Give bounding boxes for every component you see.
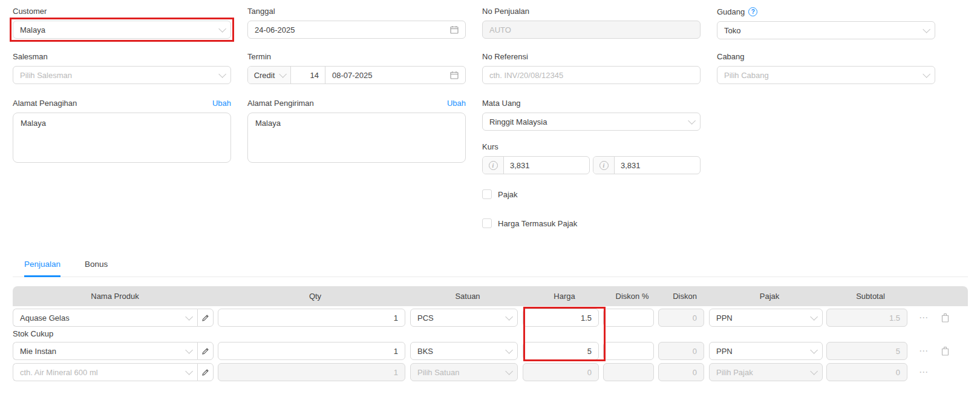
tanggal-date-input[interactable]: 24-06-2025 bbox=[247, 21, 466, 39]
calendar-icon bbox=[450, 71, 459, 79]
pencil-icon bbox=[201, 347, 209, 355]
product-select[interactable]: cth. Air Mineral 600 ml bbox=[13, 363, 197, 381]
termin-due-date-input[interactable]: 08-07-2025 bbox=[325, 67, 465, 84]
termin-label: Termin bbox=[247, 53, 466, 61]
pencil-icon bbox=[201, 369, 209, 376]
field-salesman: Salesman Pilih Salesman bbox=[13, 53, 231, 84]
no-penjualan-value: AUTO bbox=[489, 25, 511, 34]
tanggal-label: Tanggal bbox=[247, 7, 466, 16]
subtotal-input: 5 bbox=[826, 342, 907, 360]
qty-input[interactable]: 1 bbox=[218, 342, 405, 360]
header-satuan: Satuan bbox=[414, 292, 521, 301]
sales-form: Customer Malaya Tanggal 24-06-2025 No Pe… bbox=[13, 7, 968, 228]
field-no-penjualan: No Penjualan AUTO bbox=[482, 7, 701, 39]
chevron-down-icon bbox=[279, 70, 287, 78]
subtotal-input: 1.5 bbox=[826, 309, 907, 327]
field-alamat-penagihan: Alamat Penagihan Ubah Malaya bbox=[13, 99, 231, 228]
satuan-select[interactable]: PCS bbox=[410, 309, 518, 327]
more-options-icon[interactable]: ⋯ bbox=[915, 312, 933, 323]
cabang-select[interactable]: Pilih Cabang bbox=[717, 66, 935, 84]
harga-input: 0 bbox=[523, 363, 599, 381]
detail-tabs: Penjualan Bonus bbox=[13, 258, 968, 277]
trash-icon[interactable] bbox=[938, 346, 952, 356]
tab-penjualan[interactable]: Penjualan bbox=[24, 258, 60, 277]
qty-input: 1 bbox=[218, 363, 405, 381]
pencil-icon bbox=[201, 314, 209, 322]
alamat-pengiriman-textarea[interactable]: Malaya bbox=[247, 113, 466, 163]
chevron-down-icon bbox=[218, 25, 226, 33]
pajak-checkbox-row: Pajak bbox=[482, 189, 701, 199]
customer-select[interactable]: Malaya bbox=[13, 21, 231, 39]
kurs-group-1: i 3,831 bbox=[482, 156, 590, 174]
kurs-input-2[interactable]: 3,831 bbox=[615, 157, 700, 174]
header-harga: Harga bbox=[526, 292, 603, 301]
diskon-persen-input bbox=[603, 363, 654, 381]
tab-bonus[interactable]: Bonus bbox=[85, 258, 108, 277]
harga-termasuk-pajak-checkbox-label: Harga Termasuk Pajak bbox=[498, 219, 577, 228]
alamat-penagihan-label: Alamat Penagihan bbox=[13, 99, 77, 108]
pajak-select[interactable]: PPN bbox=[709, 309, 823, 327]
pajak-checkbox[interactable] bbox=[482, 189, 492, 199]
harga-termasuk-pajak-checkbox[interactable] bbox=[482, 218, 492, 228]
chevron-down-icon bbox=[185, 367, 193, 375]
customer-highlight: Malaya bbox=[13, 21, 231, 39]
no-penjualan-input: AUTO bbox=[482, 21, 701, 39]
termin-type-value: Credit bbox=[254, 71, 275, 80]
empty-column bbox=[717, 99, 935, 228]
chevron-down-icon bbox=[810, 367, 818, 375]
gudang-select[interactable]: Toko bbox=[717, 21, 935, 39]
field-no-referensi: No Referensi cth. INV/20/08/12345 bbox=[482, 53, 701, 84]
gudang-value: Toko bbox=[724, 26, 740, 35]
more-options-icon[interactable]: ⋯ bbox=[915, 367, 933, 378]
termin-days-input[interactable]: 14 bbox=[291, 67, 325, 84]
items-table: Nama Produk Qty Satuan Harga Diskon % Di… bbox=[13, 286, 968, 381]
diskon-input: 0 bbox=[658, 363, 704, 381]
header-subtotal: Subtotal bbox=[830, 292, 911, 301]
salesman-select[interactable]: Pilih Salesman bbox=[13, 66, 231, 84]
harga-input[interactable]: 1.5 bbox=[523, 309, 599, 327]
chevron-down-icon bbox=[923, 25, 930, 33]
field-gudang: Gudang ? Toko bbox=[717, 7, 935, 39]
mata-uang-label: Mata Uang bbox=[482, 99, 701, 108]
trash-icon[interactable] bbox=[938, 313, 952, 323]
chevron-down-icon bbox=[218, 70, 226, 78]
no-referensi-input[interactable]: cth. INV/20/08/12345 bbox=[482, 66, 701, 84]
ubah-penagihan-link[interactable]: Ubah bbox=[212, 99, 231, 108]
chevron-down-icon bbox=[688, 117, 696, 125]
tanggal-value: 24-06-2025 bbox=[255, 25, 295, 34]
info-circle-icon: i bbox=[483, 157, 504, 174]
alamat-penagihan-textarea[interactable]: Malaya bbox=[13, 113, 231, 163]
qty-input[interactable]: 1 bbox=[218, 309, 405, 327]
edit-product-button[interactable] bbox=[197, 342, 214, 360]
more-options-icon[interactable]: ⋯ bbox=[915, 346, 933, 356]
chevron-down-icon bbox=[810, 313, 818, 321]
field-customer: Customer Malaya bbox=[13, 7, 231, 39]
kurs-input-1[interactable]: 3,831 bbox=[504, 157, 589, 174]
product-select[interactable]: Aquase Gelas bbox=[13, 309, 197, 327]
no-referensi-placeholder: cth. INV/20/08/12345 bbox=[489, 71, 563, 80]
product-select[interactable]: Mie Instan bbox=[13, 342, 197, 360]
diskon-persen-input[interactable] bbox=[603, 342, 654, 360]
table-header: Nama Produk Qty Satuan Harga Diskon % Di… bbox=[13, 286, 968, 306]
product-value: Aquase Gelas bbox=[20, 313, 70, 323]
field-cabang: Cabang Pilih Cabang bbox=[717, 53, 935, 84]
termin-due-date-value: 08-07-2025 bbox=[332, 71, 373, 80]
ubah-pengiriman-link[interactable]: Ubah bbox=[447, 99, 466, 108]
customer-value: Malaya bbox=[20, 25, 45, 34]
diskon-persen-input[interactable] bbox=[603, 309, 654, 327]
edit-product-button[interactable] bbox=[197, 363, 214, 381]
kurs-label: Kurs bbox=[482, 143, 701, 151]
edit-product-button[interactable] bbox=[197, 309, 214, 327]
termin-type-select[interactable]: Credit bbox=[248, 67, 291, 84]
cabang-placeholder: Pilih Cabang bbox=[724, 71, 769, 80]
header-pajak: Pajak bbox=[713, 292, 826, 301]
mata-uang-select[interactable]: Ringgit Malaysia bbox=[482, 113, 701, 131]
calendar-icon bbox=[450, 25, 459, 34]
help-circle-icon[interactable]: ? bbox=[748, 7, 757, 16]
satuan-select[interactable]: BKS bbox=[410, 342, 518, 360]
pajak-select[interactable]: PPN bbox=[709, 342, 823, 360]
chevron-down-icon bbox=[185, 313, 193, 321]
table-row: Mie Instan 1 BKS 5 0 PPN bbox=[13, 342, 968, 360]
harga-input[interactable]: 5 bbox=[523, 342, 599, 360]
pajak-checkbox-label: Pajak bbox=[498, 190, 518, 199]
